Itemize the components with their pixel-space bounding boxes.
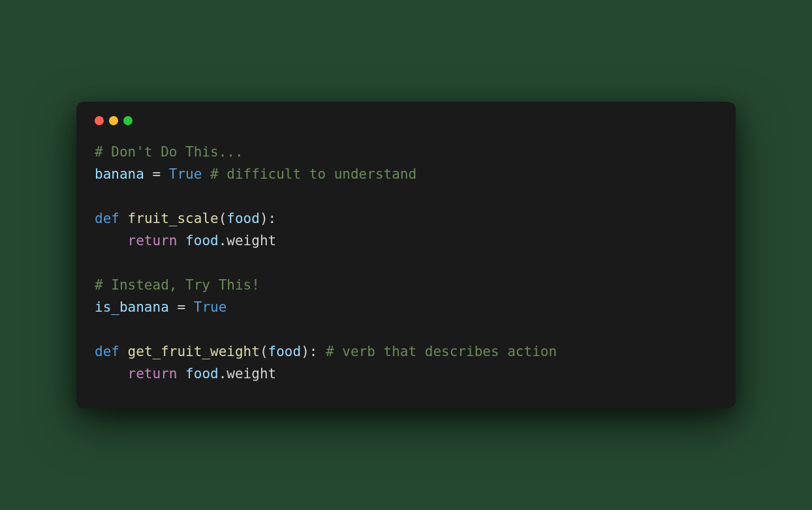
code-identifier: food (185, 366, 219, 382)
code-space (119, 211, 128, 226)
code-keyword-return: return (128, 233, 178, 248)
code-indent (95, 366, 128, 382)
code-operator: = (144, 166, 169, 182)
code-identifier: food (185, 233, 219, 248)
code-dot: . (219, 233, 227, 248)
code-keyword-return: return (128, 366, 178, 382)
code-space (177, 233, 185, 248)
code-comment: # Instead, Try This! (95, 277, 260, 293)
code-window: # Don't Do This... banana = True # diffi… (76, 102, 736, 408)
code-indent (95, 233, 128, 248)
code-property: weight (226, 366, 276, 382)
close-icon[interactable] (95, 116, 104, 125)
code-function-name: fruit_scale (128, 211, 219, 226)
code-keyword-def: def (95, 344, 119, 359)
code-space (202, 166, 210, 182)
code-keyword-def: def (95, 211, 119, 226)
maximize-icon[interactable] (123, 116, 133, 125)
code-operator: = (169, 299, 194, 315)
code-dot: . (219, 366, 227, 382)
code-identifier: is_banana (95, 299, 169, 315)
code-parameter: food (226, 211, 260, 226)
code-constant: True (194, 299, 227, 315)
code-paren: ( (219, 211, 227, 226)
code-paren: ): (260, 211, 276, 226)
code-identifier: banana (95, 166, 144, 182)
minimize-icon[interactable] (109, 116, 118, 125)
code-space (119, 344, 128, 359)
code-property: weight (226, 233, 276, 248)
code-comment: # Don't Do This... (95, 144, 243, 160)
code-space (177, 366, 185, 382)
code-parameter: food (268, 344, 302, 359)
code-block: # Don't Do This... banana = True # diffi… (95, 141, 717, 385)
code-function-name: get_fruit_weight (128, 344, 260, 359)
code-paren: ): (301, 344, 317, 359)
window-titlebar (95, 116, 717, 141)
code-comment: # difficult to understand (210, 166, 416, 182)
code-constant: True (169, 166, 202, 182)
code-space (317, 344, 326, 359)
code-paren: ( (260, 344, 268, 359)
code-comment: # verb that describes action (326, 344, 557, 359)
